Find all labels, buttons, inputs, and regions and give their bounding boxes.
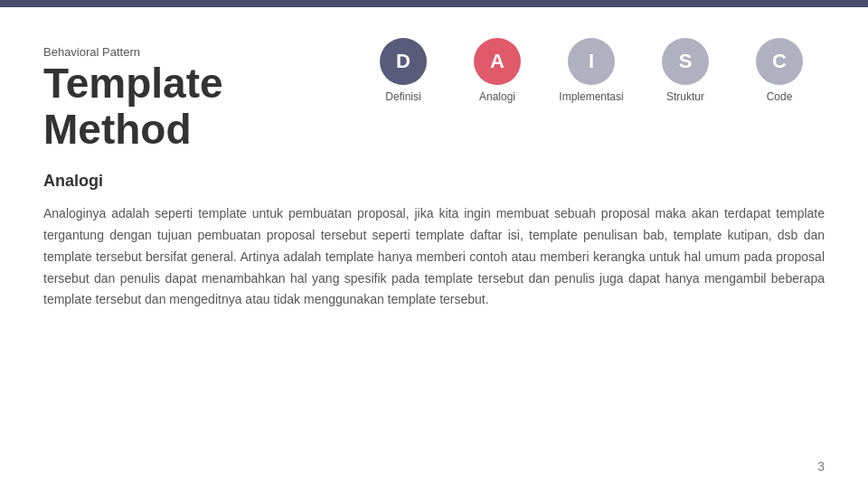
circle-i: I (568, 38, 615, 85)
navigation-circles: D Definisi A Analogi I Implementasi S St… (358, 38, 825, 103)
main-content: Behavioral Pattern Template Method D Def… (0, 7, 868, 329)
nav-label-code: Code (767, 90, 793, 103)
header-row: Behavioral Pattern Template Method D Def… (43, 38, 825, 152)
nav-label-implementasi: Implementasi (559, 90, 623, 103)
nav-label-struktur: Struktur (666, 90, 704, 103)
nav-item-implementasi[interactable]: I Implementasi (546, 38, 637, 103)
section-body: Analoginya adalah seperti template untuk… (43, 203, 825, 311)
nav-label-definisi: Definisi (385, 90, 420, 103)
section-heading: Analogi (43, 172, 825, 191)
behavioral-pattern-label: Behavioral Pattern (43, 45, 358, 59)
circle-c: C (756, 38, 803, 85)
nav-item-definisi[interactable]: D Definisi (358, 38, 448, 103)
nav-item-struktur[interactable]: S Struktur (640, 38, 731, 103)
top-bar (0, 0, 868, 7)
nav-item-code[interactable]: C Code (734, 38, 825, 103)
page-title: Template Method (43, 61, 358, 152)
section-content: Analogi Analoginya adalah seperti templa… (43, 172, 825, 311)
page-number: 3 (817, 459, 825, 474)
circle-a: A (474, 38, 521, 85)
circle-d: D (380, 38, 427, 85)
title-block: Behavioral Pattern Template Method (43, 38, 358, 152)
nav-label-analogi: Analogi (479, 90, 515, 103)
nav-item-analogi[interactable]: A Analogi (452, 38, 542, 103)
circle-s: S (662, 38, 709, 85)
